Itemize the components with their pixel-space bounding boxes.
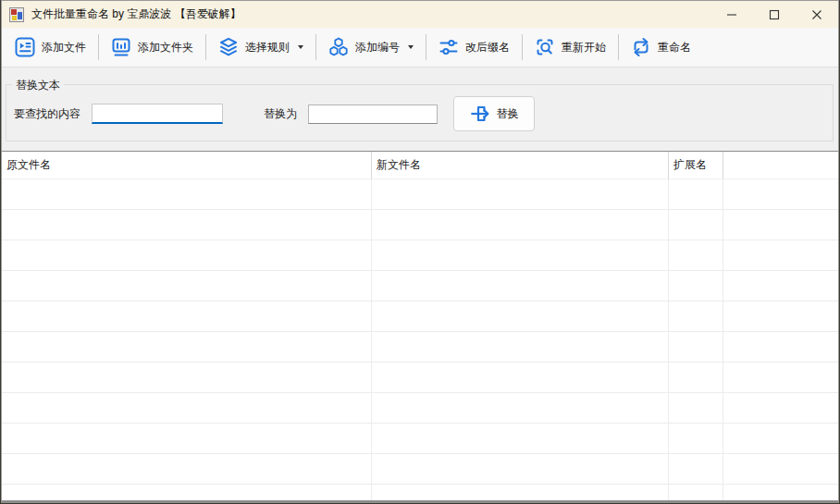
table-cell[interactable] bbox=[723, 332, 838, 363]
replace-controls-row: 要查找的内容 替换为 替换 bbox=[14, 95, 535, 132]
replace-button[interactable]: 替换 bbox=[453, 96, 535, 131]
table-row[interactable] bbox=[2, 485, 838, 500]
toolbar-button-change-extension[interactable]: 改后缀名 bbox=[429, 31, 519, 64]
table-cell[interactable] bbox=[2, 454, 372, 485]
table-cell[interactable] bbox=[2, 424, 372, 454]
minimize-button[interactable] bbox=[710, 1, 753, 28]
table-row[interactable] bbox=[2, 424, 838, 454]
toolbar-button-select-rule[interactable]: 选择规则 bbox=[209, 31, 313, 64]
table-row[interactable] bbox=[2, 301, 838, 332]
column-header-2[interactable]: 新文件名 bbox=[372, 152, 669, 179]
table-cell[interactable] bbox=[372, 485, 669, 500]
table-cell[interactable] bbox=[723, 210, 838, 240]
toolbar-button-rename[interactable]: 重命名 bbox=[622, 31, 700, 64]
table-cell[interactable] bbox=[723, 454, 838, 485]
find-input[interactable] bbox=[92, 104, 223, 124]
table-cell[interactable] bbox=[372, 271, 669, 301]
table-cell[interactable] bbox=[669, 332, 723, 363]
table-cell[interactable] bbox=[2, 210, 372, 240]
toolbar-separator bbox=[522, 34, 523, 60]
table-cell[interactable] bbox=[669, 485, 723, 500]
table-cell[interactable] bbox=[723, 363, 838, 393]
toolbar-button-label: 添加编号 bbox=[355, 40, 400, 55]
table-cell[interactable] bbox=[2, 240, 372, 271]
groupbox-title: 替换文本 bbox=[12, 78, 64, 93]
table-cell[interactable] bbox=[723, 271, 838, 301]
table-cell[interactable] bbox=[372, 210, 669, 240]
table-cell[interactable] bbox=[372, 363, 669, 393]
dropdown-arrow-icon[interactable] bbox=[408, 45, 414, 49]
toolbar-button-add-number[interactable]: 添加编号 bbox=[319, 31, 423, 64]
hexagons-icon bbox=[328, 37, 349, 57]
table-cell[interactable] bbox=[372, 454, 669, 485]
table-body bbox=[2, 179, 838, 500]
table-cell[interactable] bbox=[372, 240, 669, 271]
window-title: 文件批量重命名 by 宝鼎波波 【吾爱破解】 bbox=[31, 6, 241, 22]
table-cell[interactable] bbox=[669, 210, 723, 240]
table-row[interactable] bbox=[2, 332, 838, 363]
toolbar-separator bbox=[315, 34, 316, 60]
table-cell[interactable] bbox=[2, 393, 372, 424]
table-cell[interactable] bbox=[372, 332, 669, 363]
table-row[interactable] bbox=[2, 454, 838, 485]
table-cell[interactable] bbox=[723, 179, 838, 210]
replace-panel: 替换文本 要查找的内容 替换为 bbox=[2, 68, 838, 151]
table-cell[interactable] bbox=[2, 485, 372, 500]
table-cell[interactable] bbox=[2, 179, 372, 210]
app-window: 文件批量重命名 by 宝鼎波波 【吾爱破解】 添加文件添加文件夹选择规则添加编号… bbox=[1, 0, 839, 503]
sliders-icon bbox=[439, 37, 459, 57]
table-cell[interactable] bbox=[372, 301, 669, 332]
table-cell[interactable] bbox=[723, 301, 838, 332]
table-cell[interactable] bbox=[669, 454, 723, 485]
toolbar-button-label: 选择规则 bbox=[245, 40, 290, 55]
table-cell[interactable] bbox=[2, 332, 372, 363]
toolbar-button-add-files[interactable]: 添加文件 bbox=[6, 31, 95, 64]
close-button[interactable] bbox=[796, 1, 838, 28]
toolbar-separator bbox=[426, 34, 426, 60]
table-cell[interactable] bbox=[2, 271, 372, 301]
table-cell[interactable] bbox=[669, 179, 723, 210]
table-cell[interactable] bbox=[2, 301, 372, 332]
toolbar: 添加文件添加文件夹选择规则添加编号改后缀名重新开始重命名 bbox=[2, 28, 838, 68]
table-cell[interactable] bbox=[372, 179, 669, 210]
table-cell[interactable] bbox=[669, 424, 723, 454]
toolbar-button-label: 重命名 bbox=[658, 40, 691, 55]
table-cell[interactable] bbox=[372, 424, 669, 454]
table-row[interactable] bbox=[2, 393, 838, 424]
table-cell[interactable] bbox=[723, 424, 838, 454]
maximize-button[interactable] bbox=[753, 1, 796, 28]
table-cell[interactable] bbox=[372, 393, 669, 424]
table-cell[interactable] bbox=[669, 301, 723, 332]
table-row[interactable] bbox=[2, 179, 838, 210]
table-row[interactable] bbox=[2, 240, 838, 271]
column-header-filler bbox=[723, 152, 838, 179]
toolbar-button-label: 添加文件 bbox=[42, 40, 86, 55]
toolbar-separator bbox=[98, 34, 99, 60]
toolbar-separator bbox=[618, 34, 619, 60]
replace-with-label: 替换为 bbox=[264, 106, 297, 122]
replace-text-groupbox: 替换文本 要查找的内容 替换为 bbox=[6, 84, 834, 141]
table-row[interactable] bbox=[2, 363, 838, 393]
scan-search-icon bbox=[535, 37, 555, 57]
table-cell[interactable] bbox=[669, 363, 723, 393]
toolbar-button-restart[interactable]: 重新开始 bbox=[525, 31, 615, 64]
replace-with-input[interactable] bbox=[308, 104, 438, 124]
table-cell[interactable] bbox=[723, 393, 838, 424]
table-cell[interactable] bbox=[669, 240, 723, 271]
table-row[interactable] bbox=[2, 210, 838, 240]
toolbar-button-add-folder[interactable]: 添加文件夹 bbox=[102, 31, 203, 64]
table-cell[interactable] bbox=[2, 363, 372, 393]
chart-board-icon bbox=[111, 37, 131, 57]
table-row[interactable] bbox=[2, 271, 838, 301]
table-cell[interactable] bbox=[669, 271, 723, 301]
table-cell[interactable] bbox=[723, 485, 838, 500]
table-cell[interactable] bbox=[669, 393, 723, 424]
table-cell[interactable] bbox=[723, 240, 838, 271]
find-label: 要查找的内容 bbox=[14, 106, 80, 122]
toolbar-button-label: 添加文件夹 bbox=[138, 40, 193, 55]
column-header-3[interactable]: 扩展名 bbox=[669, 152, 723, 179]
dropdown-arrow-icon[interactable] bbox=[298, 45, 303, 49]
loop-arrows-icon bbox=[631, 37, 651, 57]
title-bar: 文件批量重命名 by 宝鼎波波 【吾爱破解】 bbox=[2, 1, 838, 28]
column-header-1[interactable]: 原文件名 bbox=[2, 152, 372, 179]
